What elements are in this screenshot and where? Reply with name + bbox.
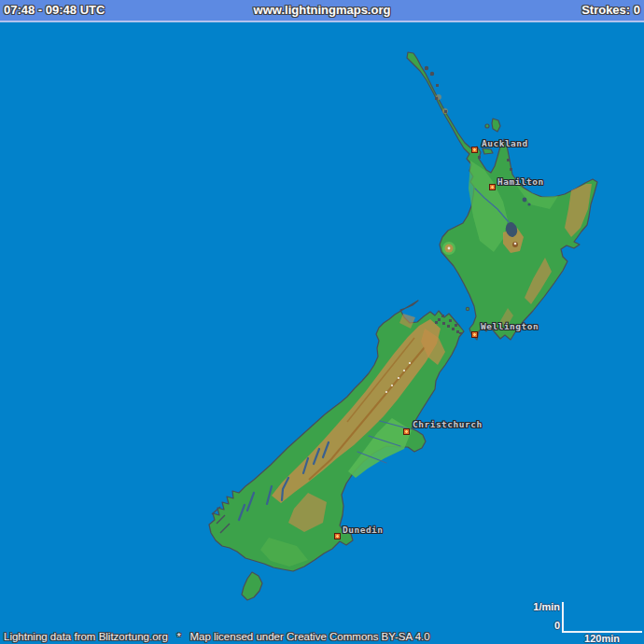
site-title[interactable]: www.lightningmaps.org xyxy=(0,3,644,17)
waiheke-island xyxy=(483,148,493,154)
legend-unit-label: 1/min xyxy=(478,601,560,612)
city-label-christchurch: Christchurch xyxy=(413,419,483,429)
city-marker-dunedin[interactable] xyxy=(334,533,341,539)
legend-zero-label: 0 xyxy=(478,620,560,631)
city-marker-wellington[interactable] xyxy=(471,331,478,338)
top-bar: 07:48 - 09:48 UTC www.lightningmaps.org … xyxy=(0,0,644,22)
legend-duration-label: 120min xyxy=(569,633,635,644)
city-marker-hamilton[interactable] xyxy=(489,184,496,190)
little-barrier-island xyxy=(485,124,489,128)
city-label-wellington: Wellington xyxy=(481,321,539,331)
legend-axis-vertical xyxy=(562,602,564,633)
strokes-counter: Strokes: 0 xyxy=(581,3,640,17)
city-label-hamilton: Hamilton xyxy=(497,176,544,187)
footer-credit: Lightning data from Blitzortung.org * Ma… xyxy=(4,631,430,642)
new-zealand-map[interactable] xyxy=(0,0,644,644)
city-marker-auckland[interactable] xyxy=(471,147,478,153)
city-label-dunedin: Dunedin xyxy=(343,525,384,535)
lightningmaps-screen: 07:48 - 09:48 UTC www.lightningmaps.org … xyxy=(0,0,644,644)
city-label-auckland: Auckland xyxy=(482,138,528,148)
kapiti-island xyxy=(466,307,469,310)
great-barrier-island xyxy=(492,119,500,132)
city-marker-christchurch[interactable] xyxy=(403,428,410,435)
